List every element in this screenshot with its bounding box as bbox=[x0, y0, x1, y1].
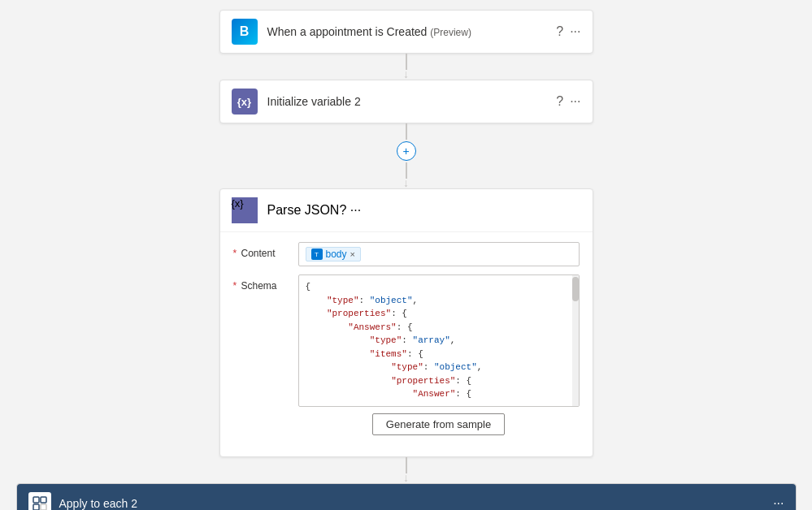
schema-line-3: "properties": { bbox=[306, 307, 572, 321]
add-step-button[interactable]: + bbox=[397, 141, 416, 161]
trigger-help-icon[interactable]: ? bbox=[556, 24, 563, 39]
init-variable-more-icon[interactable]: ··· bbox=[570, 94, 580, 109]
svg-rect-1 bbox=[41, 497, 46, 503]
schema-scrollbar-thumb bbox=[572, 277, 579, 301]
generate-from-sample-button[interactable]: Generate from sample bbox=[372, 413, 505, 435]
trigger-more-icon[interactable]: ··· bbox=[570, 24, 580, 39]
connector-2: + ↓ bbox=[397, 123, 416, 188]
parse-json-title: Parse JSON bbox=[267, 203, 340, 218]
schema-scrollbar[interactable] bbox=[572, 275, 579, 406]
init-variable-step-card: {x} Initialize variable 2 ? ··· bbox=[219, 80, 593, 123]
svg-rect-0 bbox=[33, 497, 39, 503]
apply-each-title: Apply to each 2 bbox=[59, 497, 774, 510]
apply-each-header: Apply to each 2 ··· bbox=[17, 484, 796, 511]
schema-line-9: "Answer": { bbox=[306, 387, 572, 401]
schema-input[interactable]: { "type": "object", "properties": { "Ans… bbox=[298, 274, 580, 407]
schema-line-1: { bbox=[306, 280, 572, 294]
init-variable-icon: {x} bbox=[232, 89, 258, 115]
apply-each-more-icon[interactable]: ··· bbox=[773, 496, 784, 511]
trigger-title: When a appointment is Created (Preview) bbox=[267, 25, 557, 38]
preview-badge: (Preview) bbox=[430, 27, 471, 38]
body-token-close[interactable]: × bbox=[350, 249, 355, 259]
schema-line-6: "items": { bbox=[306, 348, 572, 361]
init-variable-title: Initialize variable 2 bbox=[267, 95, 557, 108]
arrow-down-2: ↓ bbox=[403, 177, 409, 188]
schema-label: * Schema bbox=[233, 274, 298, 292]
apply-each-container: Apply to each 2 ··· * * Select an output… bbox=[16, 483, 797, 511]
parse-json-icon: {x} bbox=[232, 197, 258, 223]
apply-each-icon bbox=[28, 492, 51, 511]
schema-field-row: * Schema { "type": "object", "properties… bbox=[233, 274, 580, 439]
body-token: T body × bbox=[306, 247, 361, 261]
connector-line-2 bbox=[406, 123, 407, 140]
content-field-row: * Content T body × bbox=[233, 242, 580, 266]
schema-line-5: "type": "array", bbox=[306, 334, 572, 348]
arrow-down-3: ↓ bbox=[403, 472, 409, 483]
parse-json-more-icon[interactable]: ··· bbox=[350, 203, 361, 217]
schema-line-8: "properties": { bbox=[306, 374, 572, 388]
connector-1: ↓ bbox=[403, 54, 409, 80]
svg-rect-2 bbox=[33, 504, 39, 510]
trigger-icon: B bbox=[232, 19, 258, 45]
schema-line-7: "type": "object", bbox=[306, 361, 572, 374]
connector-3: ↓ bbox=[403, 457, 409, 483]
parse-json-step-card: {x} Parse JSON ? ··· * Content T bbox=[219, 188, 593, 457]
parse-json-help-icon[interactable]: ? bbox=[339, 203, 346, 217]
arrow-down-1: ↓ bbox=[403, 68, 409, 80]
body-token-icon: T bbox=[311, 249, 323, 260]
schema-line-2: "type": "object", bbox=[306, 294, 572, 308]
init-variable-help-icon[interactable]: ? bbox=[556, 94, 563, 109]
content-label: * Content bbox=[233, 242, 298, 259]
svg-rect-3 bbox=[41, 504, 46, 510]
trigger-step-card: B When a appointment is Created (Preview… bbox=[219, 10, 593, 54]
content-input[interactable]: T body × bbox=[298, 242, 580, 266]
schema-line-4: "Answers": { bbox=[306, 321, 572, 335]
